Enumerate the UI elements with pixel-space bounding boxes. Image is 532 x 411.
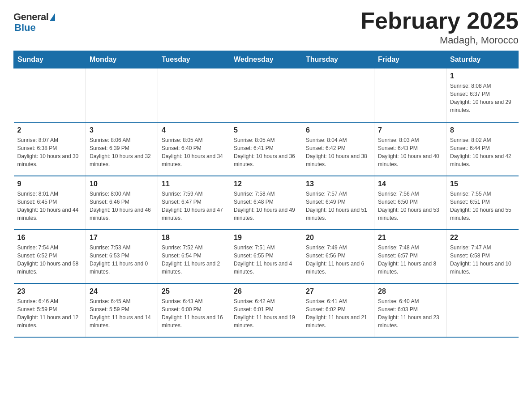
day-number: 26	[234, 287, 298, 295]
calendar-day-cell: 12Sunrise: 7:58 AMSunset: 6:48 PMDayligh…	[230, 176, 302, 230]
day-number: 28	[378, 287, 442, 295]
calendar-day-cell: 11Sunrise: 7:59 AMSunset: 6:47 PMDayligh…	[158, 176, 230, 230]
day-number: 4	[162, 126, 226, 134]
calendar-day-cell: 9Sunrise: 8:01 AMSunset: 6:45 PMDaylight…	[14, 176, 86, 230]
day-info: Sunrise: 7:53 AMSunset: 6:53 PMDaylight:…	[90, 244, 154, 276]
day-info: Sunrise: 6:43 AMSunset: 6:00 PMDaylight:…	[162, 297, 226, 330]
calendar-day-cell: 28Sunrise: 6:40 AMSunset: 6:03 PMDayligh…	[374, 283, 446, 337]
day-info: Sunrise: 7:48 AMSunset: 6:57 PMDaylight:…	[378, 244, 442, 276]
day-info: Sunrise: 8:01 AMSunset: 6:45 PMDaylight:…	[17, 190, 82, 222]
calendar-week-row: 1Sunrise: 8:08 AMSunset: 6:37 PMDaylight…	[14, 68, 519, 122]
day-info: Sunrise: 8:00 AMSunset: 6:46 PMDaylight:…	[90, 190, 154, 222]
calendar-day-cell: 7Sunrise: 8:03 AMSunset: 6:43 PMDaylight…	[374, 122, 446, 176]
day-info: Sunrise: 8:06 AMSunset: 6:39 PMDaylight:…	[90, 136, 154, 168]
calendar-day-cell	[14, 68, 86, 122]
day-number: 9	[17, 180, 82, 188]
day-info: Sunrise: 6:42 AMSunset: 6:01 PMDaylight:…	[234, 297, 298, 330]
day-of-week-header: Saturday	[446, 51, 519, 68]
day-number: 11	[162, 180, 226, 188]
location: Madagh, Morocco	[360, 34, 519, 46]
calendar-day-cell: 22Sunrise: 7:47 AMSunset: 6:58 PMDayligh…	[446, 230, 519, 283]
calendar-day-cell	[158, 68, 230, 122]
calendar-day-cell: 25Sunrise: 6:43 AMSunset: 6:00 PMDayligh…	[158, 283, 230, 337]
calendar-day-cell: 21Sunrise: 7:48 AMSunset: 6:57 PMDayligh…	[374, 230, 446, 283]
day-info: Sunrise: 6:41 AMSunset: 6:02 PMDaylight:…	[306, 297, 370, 330]
calendar-week-row: 16Sunrise: 7:54 AMSunset: 6:52 PMDayligh…	[14, 230, 519, 283]
calendar-day-cell: 24Sunrise: 6:45 AMSunset: 5:59 PMDayligh…	[86, 283, 158, 337]
calendar-day-cell: 23Sunrise: 6:46 AMSunset: 5:59 PMDayligh…	[14, 283, 86, 337]
logo-blue-text: Blue	[13, 22, 36, 34]
day-number: 21	[378, 234, 442, 242]
day-number: 15	[450, 180, 515, 188]
day-info: Sunrise: 8:07 AMSunset: 6:38 PMDaylight:…	[17, 136, 82, 168]
day-number: 6	[306, 126, 370, 134]
logo: General Blue	[13, 9, 55, 34]
day-number: 25	[162, 287, 226, 295]
calendar-day-cell: 26Sunrise: 6:42 AMSunset: 6:01 PMDayligh…	[230, 283, 302, 337]
day-info: Sunrise: 7:56 AMSunset: 6:50 PMDaylight:…	[378, 190, 442, 222]
day-number: 19	[234, 234, 298, 242]
calendar-day-cell: 13Sunrise: 7:57 AMSunset: 6:49 PMDayligh…	[302, 176, 374, 230]
calendar-body: 1Sunrise: 8:08 AMSunset: 6:37 PMDaylight…	[14, 68, 519, 337]
day-info: Sunrise: 7:54 AMSunset: 6:52 PMDaylight:…	[17, 244, 82, 276]
day-info: Sunrise: 7:52 AMSunset: 6:54 PMDaylight:…	[162, 244, 226, 276]
day-number: 2	[17, 126, 82, 134]
calendar-week-row: 2Sunrise: 8:07 AMSunset: 6:38 PMDaylight…	[14, 122, 519, 176]
calendar-day-cell: 10Sunrise: 8:00 AMSunset: 6:46 PMDayligh…	[86, 176, 158, 230]
day-of-week-header: Friday	[374, 51, 446, 68]
day-info: Sunrise: 7:49 AMSunset: 6:56 PMDaylight:…	[306, 244, 370, 276]
day-number: 3	[90, 126, 154, 134]
page-header: General Blue February 2025 Madagh, Moroc…	[13, 9, 519, 46]
calendar-day-cell: 19Sunrise: 7:51 AMSunset: 6:55 PMDayligh…	[230, 230, 302, 283]
day-info: Sunrise: 8:04 AMSunset: 6:42 PMDaylight:…	[306, 136, 370, 168]
day-of-week-header: Tuesday	[158, 51, 230, 68]
calendar-day-cell: 20Sunrise: 7:49 AMSunset: 6:56 PMDayligh…	[302, 230, 374, 283]
day-number: 27	[306, 287, 370, 295]
day-info: Sunrise: 7:47 AMSunset: 6:58 PMDaylight:…	[450, 244, 515, 276]
calendar-day-cell: 2Sunrise: 8:07 AMSunset: 6:38 PMDaylight…	[14, 122, 86, 176]
day-info: Sunrise: 8:05 AMSunset: 6:40 PMDaylight:…	[162, 136, 226, 168]
day-number: 20	[306, 234, 370, 242]
day-of-week-header: Wednesday	[230, 51, 302, 68]
day-info: Sunrise: 8:05 AMSunset: 6:41 PMDaylight:…	[234, 136, 298, 168]
logo-general-text: General	[13, 11, 48, 23]
day-number: 5	[234, 126, 298, 134]
logo-triangle-icon	[50, 13, 55, 21]
calendar-day-cell: 5Sunrise: 8:05 AMSunset: 6:41 PMDaylight…	[230, 122, 302, 176]
calendar-day-cell: 6Sunrise: 8:04 AMSunset: 6:42 PMDaylight…	[302, 122, 374, 176]
day-number: 8	[450, 126, 515, 134]
calendar-day-cell: 17Sunrise: 7:53 AMSunset: 6:53 PMDayligh…	[86, 230, 158, 283]
day-number: 16	[17, 234, 82, 242]
day-info: Sunrise: 8:03 AMSunset: 6:43 PMDaylight:…	[378, 136, 442, 168]
day-number: 12	[234, 180, 298, 188]
day-number: 24	[90, 287, 154, 295]
day-of-week-header: Monday	[86, 51, 158, 68]
calendar-day-cell: 4Sunrise: 8:05 AMSunset: 6:40 PMDaylight…	[158, 122, 230, 176]
day-number: 7	[378, 126, 442, 134]
day-info: Sunrise: 7:55 AMSunset: 6:51 PMDaylight:…	[450, 190, 515, 222]
calendar-day-cell	[374, 68, 446, 122]
calendar-week-row: 23Sunrise: 6:46 AMSunset: 5:59 PMDayligh…	[14, 283, 519, 337]
calendar-day-cell	[302, 68, 374, 122]
day-number: 18	[162, 234, 226, 242]
day-info: Sunrise: 8:02 AMSunset: 6:44 PMDaylight:…	[450, 136, 515, 168]
days-of-week-row: SundayMondayTuesdayWednesdayThursdayFrid…	[14, 51, 519, 68]
title-section: February 2025 Madagh, Morocco	[360, 9, 519, 46]
day-number: 23	[17, 287, 82, 295]
day-number: 1	[450, 72, 515, 80]
calendar-day-cell: 3Sunrise: 8:06 AMSunset: 6:39 PMDaylight…	[86, 122, 158, 176]
calendar-day-cell: 14Sunrise: 7:56 AMSunset: 6:50 PMDayligh…	[374, 176, 446, 230]
calendar-day-cell: 18Sunrise: 7:52 AMSunset: 6:54 PMDayligh…	[158, 230, 230, 283]
day-info: Sunrise: 6:46 AMSunset: 5:59 PMDaylight:…	[17, 297, 82, 330]
calendar-day-cell	[86, 68, 158, 122]
day-info: Sunrise: 7:58 AMSunset: 6:48 PMDaylight:…	[234, 190, 298, 222]
day-info: Sunrise: 8:08 AMSunset: 6:37 PMDaylight:…	[450, 82, 515, 114]
day-info: Sunrise: 6:40 AMSunset: 6:03 PMDaylight:…	[378, 297, 442, 330]
calendar-day-cell: 1Sunrise: 8:08 AMSunset: 6:37 PMDaylight…	[446, 68, 519, 122]
month-title: February 2025	[360, 9, 519, 32]
day-number: 13	[306, 180, 370, 188]
calendar-day-cell: 15Sunrise: 7:55 AMSunset: 6:51 PMDayligh…	[446, 176, 519, 230]
calendar-header: SundayMondayTuesdayWednesdayThursdayFrid…	[14, 51, 519, 68]
day-info: Sunrise: 7:59 AMSunset: 6:47 PMDaylight:…	[162, 190, 226, 222]
calendar-day-cell: 8Sunrise: 8:02 AMSunset: 6:44 PMDaylight…	[446, 122, 519, 176]
